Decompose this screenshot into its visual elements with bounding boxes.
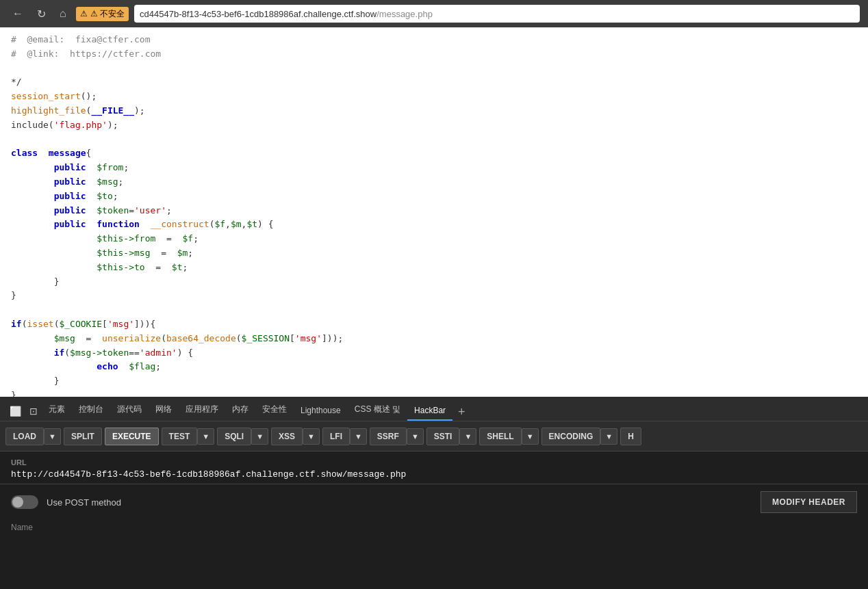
encoding-group: ENCODING ▼ bbox=[541, 428, 618, 445]
code-prop-token: public $token='user'; bbox=[11, 205, 172, 215]
load-group: LOAD ▼ bbox=[5, 428, 61, 445]
code-constructor: public function __construct($f,$m,$t) { bbox=[11, 219, 274, 229]
url-label: URL bbox=[11, 458, 857, 467]
code-prop-from: public $from; bbox=[11, 162, 129, 172]
load-dropdown[interactable]: ▼ bbox=[44, 428, 61, 445]
shell-group: SHELL ▼ bbox=[479, 428, 538, 445]
warning-icon: ⚠ bbox=[80, 9, 88, 18]
devtools-panel: ⬜ ⊡ 元素 控制台 源代码 网络 应用程序 内存 安全性 Lighthouse… bbox=[0, 397, 868, 589]
tab-sources[interactable]: 源代码 bbox=[110, 400, 149, 421]
code-if-cookie: if(isset($_COOKIE['msg'])){ bbox=[11, 319, 155, 329]
hackbar: LOAD ▼ SPLIT EXECUTE TEST ▼ SQLI ▼ XSS ▼… bbox=[0, 421, 868, 589]
code-close-class: } bbox=[11, 290, 16, 300]
address-bar[interactable]: cd44547b-8f13-4c53-bef6-1cdb188986af.cha… bbox=[134, 5, 860, 23]
code-include: include('flag.php'); bbox=[11, 120, 118, 130]
code-comment-email: # @email: fixa@ctfer.com bbox=[11, 34, 151, 44]
code-close-if-token: } bbox=[11, 376, 59, 386]
reload-button[interactable]: ↻ bbox=[33, 5, 50, 23]
lfi-dropdown[interactable]: ▼ bbox=[350, 428, 367, 445]
home-button[interactable]: ⌂ bbox=[55, 5, 71, 23]
tab-lighthouse[interactable]: Lighthouse bbox=[294, 402, 348, 421]
ssrf-group: SSRF ▼ bbox=[370, 428, 424, 445]
devtools-icon-1[interactable]: ⬜ bbox=[5, 402, 25, 421]
sqli-button[interactable]: SQLI bbox=[217, 428, 251, 445]
browser-bar: ← ↻ ⌂ ⚠ ⚠ 不安全 cd44547b-8f13-4c53-bef6-1c… bbox=[0, 0, 868, 27]
lfi-button[interactable]: LFI bbox=[322, 428, 350, 445]
xss-button[interactable]: XSS bbox=[271, 428, 303, 445]
ssti-button[interactable]: SSTI bbox=[426, 428, 460, 445]
post-label: Use POST method bbox=[47, 497, 121, 508]
code-close-comment: */ bbox=[11, 77, 22, 87]
code-assign-from: $this->from = $f; bbox=[11, 233, 199, 244]
code-close-if-cookie: } bbox=[11, 390, 16, 397]
code-area: # @email: fixa@ctfer.com # @link: https:… bbox=[0, 27, 868, 397]
back-button[interactable]: ← bbox=[8, 5, 27, 23]
ssti-dropdown[interactable]: ▼ bbox=[459, 428, 476, 445]
split-button[interactable]: SPLIT bbox=[64, 428, 102, 445]
tab-css-overview[interactable]: CSS 概述 및 bbox=[348, 400, 407, 421]
code-comment-link: # @link: https://ctfer.com bbox=[11, 49, 161, 59]
sqli-dropdown[interactable]: ▼ bbox=[251, 428, 268, 445]
code-class-def: class message{ bbox=[11, 148, 91, 158]
warning-text: ⚠ 不安全 bbox=[90, 8, 125, 20]
xss-group: XSS ▼ bbox=[271, 428, 320, 445]
post-left: Use POST method bbox=[11, 495, 121, 509]
h-button[interactable]: H bbox=[620, 428, 641, 445]
code-prop-to: public $to; bbox=[11, 191, 118, 201]
test-button[interactable]: TEST bbox=[162, 428, 198, 445]
code-assign-msg: $this->msg = $m; bbox=[11, 248, 193, 258]
xss-dropdown[interactable]: ▼ bbox=[303, 428, 320, 445]
lfi-group: LFI ▼ bbox=[322, 428, 367, 445]
source-code: # @email: fixa@ctfer.com # @link: https:… bbox=[11, 33, 857, 397]
post-section: Use POST method MODIFY HEADER bbox=[0, 484, 868, 520]
encoding-dropdown[interactable]: ▼ bbox=[600, 428, 617, 445]
code-assign-to: $this->to = $t; bbox=[11, 262, 188, 272]
tab-elements[interactable]: 元素 bbox=[42, 400, 72, 421]
modify-header-button[interactable]: MODIFY HEADER bbox=[761, 491, 857, 513]
load-button[interactable]: LOAD bbox=[5, 428, 44, 445]
code-highlight-file: highlight_file(__FILE__); bbox=[11, 105, 145, 116]
tab-console[interactable]: 控制台 bbox=[72, 400, 110, 421]
ssrf-dropdown[interactable]: ▼ bbox=[407, 428, 424, 445]
code-unserialize: $msg = unserialize(base64_decode($_SESSI… bbox=[11, 333, 343, 343]
address-domain: cd44547b-8f13-4c53-bef6-1cdb188986af.cha… bbox=[140, 9, 376, 19]
tab-memory[interactable]: 内存 bbox=[225, 400, 255, 421]
tab-network[interactable]: 网络 bbox=[149, 400, 179, 421]
address-path: /message.php bbox=[376, 9, 433, 19]
hackbar-toolbar: LOAD ▼ SPLIT EXECUTE TEST ▼ SQLI ▼ XSS ▼… bbox=[0, 421, 868, 451]
header-name-label: Name bbox=[11, 523, 33, 532]
sqli-group: SQLI ▼ bbox=[217, 428, 268, 445]
toggle-knob bbox=[12, 497, 23, 508]
code-close-constructor: } bbox=[11, 276, 59, 287]
url-value[interactable]: http://cd44547b-8f13-4c53-bef6-1cdb18898… bbox=[11, 469, 857, 480]
ssti-group: SSTI ▼ bbox=[426, 428, 477, 445]
devtools-tabs: ⬜ ⊡ 元素 控制台 源代码 网络 应用程序 内存 安全性 Lighthouse… bbox=[0, 397, 868, 421]
ssrf-button[interactable]: SSRF bbox=[370, 428, 407, 445]
code-prop-msg: public $msg; bbox=[11, 176, 123, 187]
tab-application[interactable]: 应用程序 bbox=[179, 400, 225, 421]
shell-button[interactable]: SHELL bbox=[479, 428, 521, 445]
devtools-icon-2[interactable]: ⊡ bbox=[25, 402, 42, 421]
tab-add[interactable]: + bbox=[452, 404, 471, 421]
code-session-start: session_start(); bbox=[11, 91, 97, 101]
execute-button[interactable]: EXECUTE bbox=[105, 428, 159, 445]
encoding-button[interactable]: ENCODING bbox=[541, 428, 601, 445]
test-group: TEST ▼ bbox=[162, 428, 215, 445]
post-toggle[interactable] bbox=[11, 495, 38, 509]
header-section: Name bbox=[0, 520, 868, 535]
code-if-token: if($msg->token=='admin') { bbox=[11, 348, 193, 358]
tab-hackbar[interactable]: HackBar bbox=[407, 402, 452, 421]
tab-security[interactable]: 安全性 bbox=[255, 400, 294, 421]
test-dropdown[interactable]: ▼ bbox=[197, 428, 214, 445]
security-warning: ⚠ ⚠ 不安全 bbox=[76, 7, 129, 21]
shell-dropdown[interactable]: ▼ bbox=[522, 428, 539, 445]
code-echo-flag: echo $flag; bbox=[11, 361, 161, 371]
url-section: URL http://cd44547b-8f13-4c53-bef6-1cdb1… bbox=[0, 451, 868, 484]
